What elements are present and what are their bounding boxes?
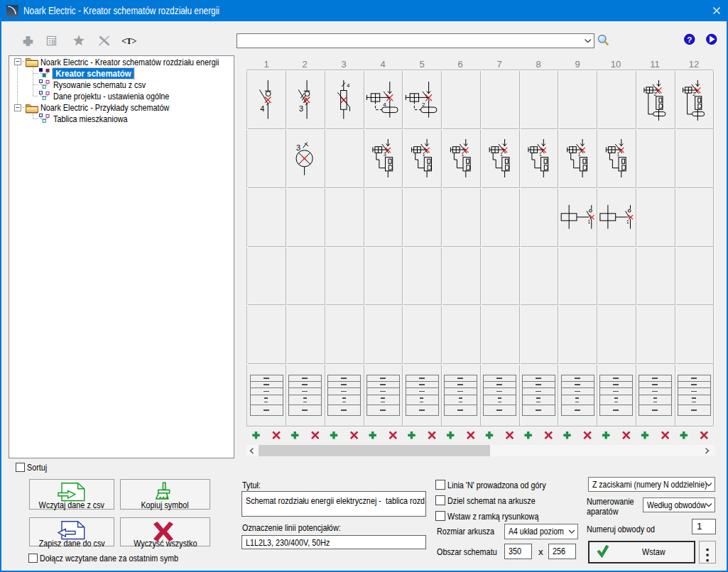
svg-text:1: 1 (423, 152, 425, 157)
svg-text:2: 2 (654, 92, 657, 97)
svg-text:4: 4 (347, 82, 350, 89)
svg-text:1: 1 (578, 152, 581, 157)
svg-text:1: 1 (617, 152, 620, 157)
svg-text:1: 1 (539, 152, 542, 157)
svg-text:4: 4 (383, 101, 386, 108)
svg-text:1: 1 (462, 152, 464, 157)
svg-text:3: 3 (296, 143, 300, 152)
svg-text:3: 3 (299, 104, 303, 113)
svg-text:1: 1 (626, 219, 629, 224)
svg-text:3: 3 (384, 152, 386, 157)
svg-text:?: ? (687, 35, 692, 44)
svg-text:1: 1 (500, 152, 503, 157)
svg-text:2: 2 (692, 92, 695, 97)
svg-text:2: 2 (422, 101, 425, 108)
svg-text:1: 1 (587, 219, 590, 224)
svg-text:4: 4 (260, 104, 264, 113)
